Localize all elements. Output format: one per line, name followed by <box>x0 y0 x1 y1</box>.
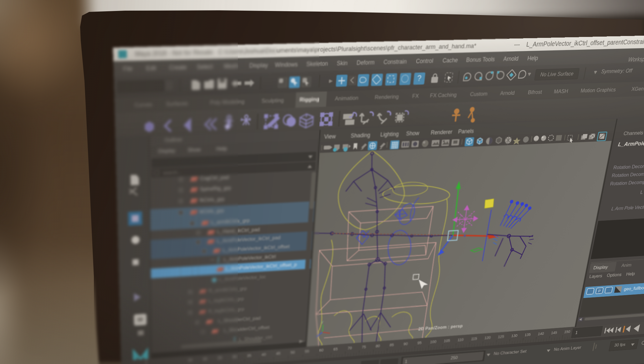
svg-text:y: y <box>321 319 324 324</box>
